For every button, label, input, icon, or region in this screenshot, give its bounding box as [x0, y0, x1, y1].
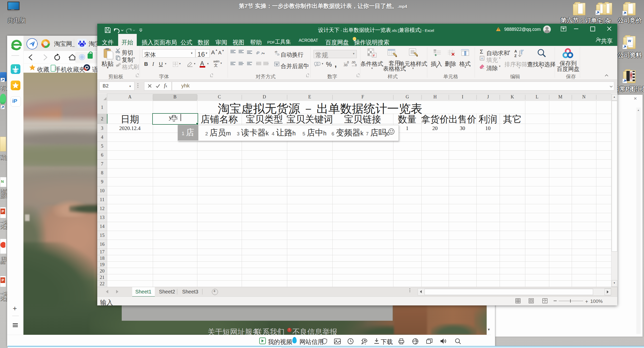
svg-text:Z: Z [514, 54, 517, 58]
svg-text:≠: ≠ [373, 53, 375, 57]
svg-text:ab: ab [256, 50, 260, 55]
svg-text:ab: ab [275, 50, 277, 53]
svg-text:A: A [514, 49, 517, 53]
svg-text:du: du [81, 44, 83, 47]
